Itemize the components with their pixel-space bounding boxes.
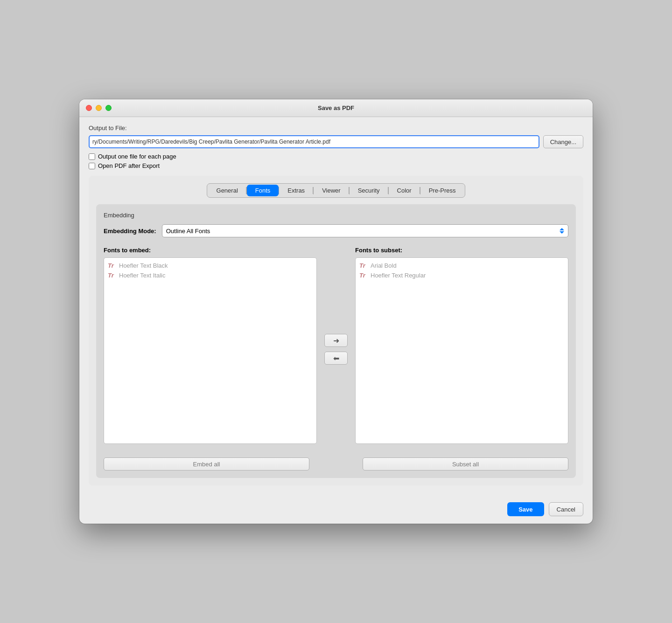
one-file-per-page-row: Output one file for each page <box>89 153 583 160</box>
tab-panel: General Fonts Extras Viewer Security Col… <box>89 176 583 485</box>
font-icon-3: Tr <box>359 262 368 269</box>
one-file-per-page-label: Output one file for each page <box>98 153 176 160</box>
open-pdf-label: Open PDF after Export <box>98 162 160 169</box>
font-name-1: Hoefler Text Black <box>119 262 168 269</box>
font-icon-2: Tr <box>108 272 116 279</box>
list-item: Tr Hoefler Text Black <box>107 261 314 270</box>
move-right-button[interactable]: ➜ <box>324 334 348 347</box>
cancel-button[interactable]: Cancel <box>549 502 583 516</box>
font-name-4: Hoefler Text Regular <box>371 272 426 279</box>
traffic-lights <box>86 105 112 111</box>
save-as-pdf-dialog: Save as PDF Output to File: Change... Ou… <box>79 99 593 524</box>
font-icon-4: Tr <box>359 272 368 279</box>
embedding-label: Embedding <box>104 212 568 219</box>
list-item: Tr Hoefler Text Regular <box>358 270 565 280</box>
subset-all-button[interactable]: Subset all <box>363 457 568 471</box>
tab-color[interactable]: Color <box>389 185 420 196</box>
tabs-container: General Fonts Extras Viewer Security Col… <box>96 183 576 198</box>
window-title: Save as PDF <box>318 104 354 111</box>
tab-group: General Fonts Extras Viewer Security Col… <box>207 183 466 198</box>
tab-viewer[interactable]: Viewer <box>314 185 349 196</box>
font-name-2: Hoefler Text Italic <box>119 272 165 279</box>
open-pdf-row: Open PDF after Export <box>89 162 583 169</box>
fonts-to-embed-label: Fonts to embed: <box>104 247 317 254</box>
fonts-to-subset-list[interactable]: Tr Arial Bold Tr Hoefler Text Regular <box>355 257 568 444</box>
embedding-mode-row: Embedding Mode: Outline All Fonts Embed … <box>104 224 568 237</box>
fonts-to-embed-list[interactable]: Tr Hoefler Text Black Tr Hoefler Text It… <box>104 257 317 444</box>
change-button[interactable]: Change... <box>543 135 583 148</box>
file-path-row: Change... <box>89 135 583 148</box>
tab-general[interactable]: General <box>208 185 246 196</box>
fonts-to-subset-section: Fonts to subset: Tr Arial Bold Tr Hoefle… <box>355 247 568 444</box>
list-item: Tr Hoefler Text Italic <box>107 270 314 280</box>
close-button[interactable] <box>86 105 92 111</box>
tab-fonts[interactable]: Fonts <box>247 185 279 196</box>
tab-security[interactable]: Security <box>350 185 388 196</box>
dialog-content: Output to File: Change... Output one fil… <box>79 117 593 495</box>
embedding-mode-wrapper: Outline All Fonts Embed All Fonts Do Not… <box>162 224 568 237</box>
move-left-button[interactable]: ⬅ <box>324 352 348 365</box>
tab-prepress[interactable]: Pre-Press <box>420 185 464 196</box>
tab-extras[interactable]: Extras <box>279 185 313 196</box>
font-name-3: Arial Bold <box>371 262 397 269</box>
maximize-button[interactable] <box>105 105 112 111</box>
fonts-to-subset-label: Fonts to subset: <box>355 247 568 254</box>
open-pdf-checkbox[interactable] <box>89 163 95 169</box>
embedding-mode-select[interactable]: Outline All Fonts Embed All Fonts Do Not… <box>162 224 568 237</box>
save-button[interactable]: Save <box>507 502 544 516</box>
file-path-input[interactable] <box>89 135 539 148</box>
output-to-file-label: Output to File: <box>89 125 583 132</box>
arrows-column: ➜ ⬅ <box>317 247 355 452</box>
titlebar: Save as PDF <box>79 99 593 117</box>
dialog-footer: Save Cancel <box>79 495 593 524</box>
embed-all-button[interactable]: Embed all <box>104 457 309 471</box>
font-lists-row: Fonts to embed: Tr Hoefler Text Black Tr… <box>104 247 568 452</box>
minimize-button[interactable] <box>96 105 102 111</box>
embedding-mode-label: Embedding Mode: <box>104 228 156 235</box>
fonts-to-embed-section: Fonts to embed: Tr Hoefler Text Black Tr… <box>104 247 317 444</box>
one-file-per-page-checkbox[interactable] <box>89 153 95 160</box>
font-icon-1: Tr <box>108 262 116 269</box>
bottom-buttons-row: Embed all Subset all <box>104 457 568 471</box>
list-item: Tr Arial Bold <box>358 261 565 270</box>
embedding-section: Embedding Embedding Mode: Outline All Fo… <box>96 204 576 478</box>
